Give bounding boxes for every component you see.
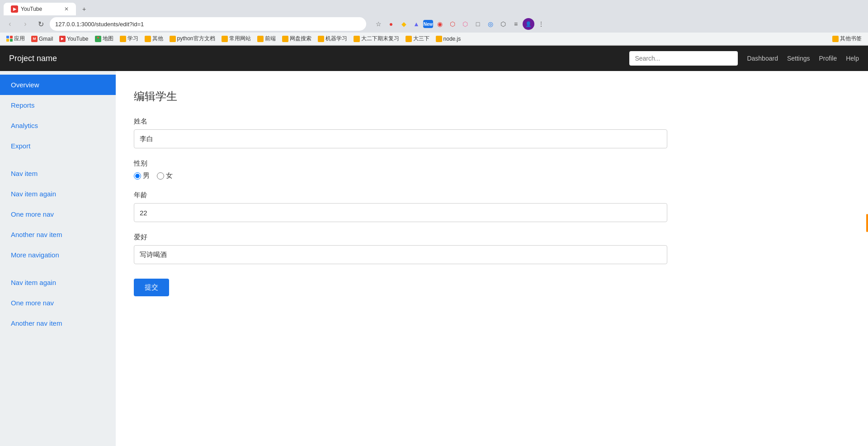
ext-icon-10[interactable]: ≡ xyxy=(510,18,522,30)
active-tab[interactable]: ▶ YouTube ✕ xyxy=(4,3,76,15)
bookmark-other-label: 其他 xyxy=(152,35,163,43)
bookmark-other[interactable]: 其他 xyxy=(142,34,166,43)
ext-new-badge[interactable]: New xyxy=(423,20,433,28)
folder-icon-other xyxy=(145,36,151,42)
gender-female-radio[interactable] xyxy=(157,172,164,180)
folder-icon-exam xyxy=(354,36,360,42)
folder-icon-common xyxy=(222,36,228,42)
url-input[interactable] xyxy=(50,17,366,31)
sidebar-divider-1 xyxy=(0,156,116,163)
hobby-label: 爱好 xyxy=(134,233,850,242)
nav-settings[interactable]: Settings xyxy=(787,55,810,62)
bookmark-other-bookmarks[interactable]: 其他书签 xyxy=(830,34,864,43)
forward-button[interactable]: › xyxy=(19,18,32,30)
bookmark-study-label: 学习 xyxy=(127,35,138,43)
bookmark-youtube-label: YouTube xyxy=(67,36,88,42)
bookmark-icon[interactable]: ☆ xyxy=(373,18,384,30)
bookmark-ml[interactable]: 机器学习 xyxy=(315,34,350,43)
bookmark-common-label: 常用网站 xyxy=(229,35,251,43)
bookmark-frontend[interactable]: 前端 xyxy=(255,34,278,43)
bookmark-year3[interactable]: 大三下 xyxy=(403,34,432,43)
bookmark-gmail-label: Gmail xyxy=(39,36,53,42)
folder-icon-study xyxy=(120,36,126,42)
app-title: Project name xyxy=(9,54,620,63)
apps-grid-icon xyxy=(6,36,13,42)
main-content: 编辑学生 姓名 性别 男 女 年龄 xyxy=(116,71,868,446)
sidebar-item-nav2[interactable]: Nav item again xyxy=(0,184,116,204)
scrollbar-indicator xyxy=(866,214,868,232)
menu-icon[interactable]: ⋮ xyxy=(535,18,547,30)
bookmark-ml-label: 机器学习 xyxy=(326,35,347,43)
submit-button[interactable]: 提交 xyxy=(134,279,169,296)
bookmark-exam[interactable]: 大二下期末复习 xyxy=(351,34,402,43)
age-input[interactable] xyxy=(134,203,667,222)
back-button[interactable]: ‹ xyxy=(4,18,16,30)
sidebar-item-analytics[interactable]: Analytics xyxy=(0,115,116,136)
sidebar-item-nav1[interactable]: Nav item xyxy=(0,163,116,184)
sidebar-item-overview[interactable]: Overview xyxy=(0,75,116,95)
bookmark-nodejs[interactable]: node.js xyxy=(433,35,464,43)
tab-favicon: ▶ xyxy=(11,5,18,13)
gender-male-radio[interactable] xyxy=(134,172,141,180)
bookmark-maps[interactable]: 📍 地图 xyxy=(92,34,116,43)
ext-icon-8[interactable]: ◎ xyxy=(485,18,496,30)
bookmark-youtube[interactable]: ▶ YouTube xyxy=(57,35,91,43)
bookmark-nodejs-label: node.js xyxy=(443,36,461,42)
nav-dashboard[interactable]: Dashboard xyxy=(747,55,778,62)
bookmark-gmail[interactable]: M Gmail xyxy=(28,35,56,43)
ext-icon-5[interactable]: ⬡ xyxy=(447,18,458,30)
bookmark-apps-label: 应用 xyxy=(14,35,25,43)
address-bar-row: ‹ › ↻ ☆ ● ◆ ▲ New ◉ ⬡ ⬡ □ ◎ ⬡ ≡ 👤 ⋮ xyxy=(0,15,868,33)
ext-icon-6[interactable]: ⬡ xyxy=(459,18,471,30)
sidebar-item-reports[interactable]: Reports xyxy=(0,95,116,115)
maps-icon: 📍 xyxy=(95,36,101,42)
app-header: Project name Dashboard Settings Profile … xyxy=(0,46,868,71)
bookmark-netdisk[interactable]: 网盘搜索 xyxy=(279,34,314,43)
bookmark-apps[interactable]: 应用 xyxy=(4,34,28,43)
gender-label: 性别 xyxy=(134,159,850,168)
bookmark-exam-label: 大二下期末复习 xyxy=(361,35,399,43)
header-search-input[interactable] xyxy=(629,51,738,66)
ext-icon-2[interactable]: ◆ xyxy=(398,18,410,30)
folder-icon-others xyxy=(832,36,839,42)
sidebar-item-export[interactable]: Export xyxy=(0,136,116,156)
tab-title: YouTube xyxy=(21,6,61,12)
gender-female-label[interactable]: 女 xyxy=(157,171,173,180)
folder-icon-frontend xyxy=(257,36,264,42)
folder-icon-year3 xyxy=(406,36,412,42)
bookmark-python-label: python官方文档 xyxy=(177,35,215,43)
gender-radio-group: 男 女 xyxy=(134,171,850,180)
browser-chrome: ▶ YouTube ✕ + ‹ › ↻ ☆ ● ◆ ▲ New ◉ ⬡ ⬡ □ … xyxy=(0,0,868,46)
folder-icon-nodejs xyxy=(436,36,442,42)
folder-icon-netdisk xyxy=(282,36,288,42)
new-tab-button[interactable]: + xyxy=(78,3,90,15)
name-input[interactable] xyxy=(134,129,667,148)
bookmark-others-label: 其他书签 xyxy=(840,35,862,43)
bookmark-python[interactable]: python官方文档 xyxy=(167,34,218,43)
nav-profile[interactable]: Profile xyxy=(819,55,837,62)
sidebar-item-nav4[interactable]: Another nav item xyxy=(0,224,116,245)
bookmarks-bar: 应用 M Gmail ▶ YouTube 📍 地图 学习 其他 python官方… xyxy=(0,33,868,45)
hobby-input[interactable] xyxy=(134,245,667,264)
profile-avatar[interactable]: 👤 xyxy=(523,18,534,30)
folder-icon-python xyxy=(170,36,176,42)
ext-icon-3[interactable]: ▲ xyxy=(410,18,422,30)
browser-tabs: ▶ YouTube ✕ + xyxy=(0,0,868,15)
sidebar-item-nav8[interactable]: Another nav item xyxy=(0,313,116,333)
tab-close-icon[interactable]: ✕ xyxy=(64,6,69,12)
ext-icon-1[interactable]: ● xyxy=(385,18,397,30)
sidebar-item-nav3[interactable]: One more nav xyxy=(0,204,116,224)
gender-male-label[interactable]: 男 xyxy=(134,171,150,180)
page-title: 编辑学生 xyxy=(134,89,850,104)
ext-icon-9[interactable]: ⬡ xyxy=(497,18,509,30)
nav-help[interactable]: Help xyxy=(846,55,859,62)
bookmark-common-sites[interactable]: 常用网站 xyxy=(219,34,254,43)
sidebar-item-nav7[interactable]: One more nav xyxy=(0,293,116,313)
reload-button[interactable]: ↻ xyxy=(34,18,47,30)
bookmark-study[interactable]: 学习 xyxy=(117,34,141,43)
sidebar-item-nav5[interactable]: More navigation xyxy=(0,245,116,265)
ext-icon-4[interactable]: ◉ xyxy=(434,18,446,30)
sidebar-item-nav6[interactable]: Nav item again xyxy=(0,272,116,293)
ext-icon-7[interactable]: □ xyxy=(472,18,484,30)
age-form-group: 年龄 xyxy=(134,191,850,222)
